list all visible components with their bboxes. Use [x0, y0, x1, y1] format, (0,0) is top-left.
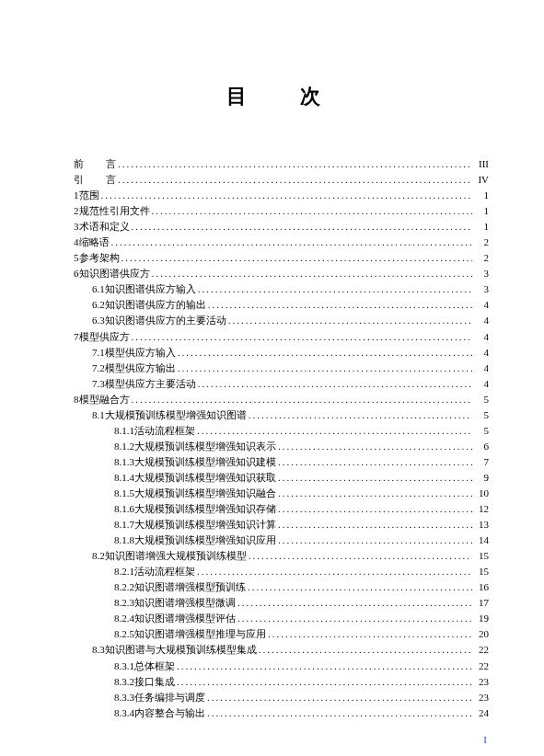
toc-entry: 8.2.3 知识图谱增强模型微调........................…	[74, 595, 489, 611]
toc-page-number: 5	[472, 407, 489, 423]
toc-label: 知识图谱供应方	[79, 266, 150, 281]
toc-label: 大规模预训练模型增强知识建模	[134, 454, 276, 470]
toc-leader-dots: ........................................…	[236, 611, 472, 626]
toc-page-number: 15	[472, 564, 489, 579]
toc-leader-dots: ........................................…	[176, 345, 472, 361]
toc-entry: 8.2.2 知识图谱增强模型预训练.......................…	[74, 579, 489, 595]
toc-page-number: 19	[472, 611, 489, 626]
toc-entry: 前言......................................…	[74, 156, 489, 172]
toc-label: 参考架构	[79, 250, 120, 266]
toc-page-number: 24	[472, 705, 489, 721]
toc-prefix: 8.1.4	[114, 470, 134, 486]
toc-entry: 8.1 大规模预训练模型增强知识图谱......................…	[74, 407, 489, 423]
toc-prefix: 8.1.3	[114, 454, 134, 470]
toc-entry: 3 术语和定义.................................…	[74, 219, 489, 235]
toc-label: 模型供应方	[79, 329, 130, 345]
toc-entry: 8.1.7 大规模预训练模型增强知识计算....................…	[74, 517, 489, 533]
toc-page-number: 23	[472, 690, 489, 705]
toc-label: 缩略语	[79, 235, 110, 250]
toc-label: 任务编排与调度	[134, 690, 205, 705]
toc-label: 知识图谱增强模型评估	[134, 611, 236, 626]
toc-leader-dots: ........................................…	[130, 392, 473, 407]
toc-prefix: 8.2.4	[114, 611, 134, 626]
toc-page-number: 12	[472, 501, 489, 517]
toc-leader-dots: ........................................…	[247, 548, 472, 564]
toc-label: 知识图谱与大规模预训练模型集成	[105, 642, 257, 658]
toc-label: 内容整合与输出	[134, 705, 205, 721]
toc-entry: 1 范围....................................…	[74, 188, 489, 203]
toc-prefix: 8.3.1	[114, 659, 134, 674]
toc-entry: 8.3.2 接口集成..............................…	[74, 674, 489, 690]
toc-label: 大规模预训练模型增强知识应用	[134, 533, 276, 548]
toc-page-number: 4	[472, 313, 489, 328]
toc-prefix: 前	[74, 156, 106, 172]
toc-label: 知识图谱增强模型微调	[134, 595, 236, 611]
toc-page-number: 1	[472, 188, 489, 203]
toc-entry: 2 规范性引用文件...............................…	[74, 203, 489, 219]
toc-entry: 8.1.2 大规模预训练模型增强知识表示....................…	[74, 439, 489, 454]
toc-entry: 7.1 模型供应方输入.............................…	[74, 345, 489, 361]
toc-label: 言	[106, 156, 116, 172]
toc-prefix: 8.2.3	[114, 595, 134, 611]
toc-page-number: 6	[472, 439, 489, 454]
toc-label: 总体框架	[134, 659, 175, 674]
toc-entry: 6.2 知识图谱供应方的输出..........................…	[74, 297, 489, 313]
toc-leader-dots: ........................................…	[205, 705, 472, 721]
toc-page-number: 20	[472, 626, 489, 642]
toc-page-number: IV	[472, 172, 489, 188]
toc-leader-dots: ........................................…	[205, 690, 472, 705]
toc-prefix: 7.2	[92, 361, 105, 376]
toc-leader-dots: ........................................…	[175, 659, 472, 674]
toc-label: 言	[106, 172, 116, 188]
toc-entry: 8.1.5 大规模预训练模型增强知识融合....................…	[74, 486, 489, 501]
toc-entry: 7.3 模型供应方主要活动...........................…	[74, 376, 489, 392]
toc-leader-dots: ........................................…	[196, 281, 472, 297]
toc-label: 大规模预训练模型增强知识存储	[134, 501, 276, 517]
toc-page-number: 14	[472, 533, 489, 548]
toc-leader-dots: ........................................…	[276, 454, 472, 470]
toc-leader-dots: ........................................…	[276, 470, 472, 486]
toc-page-number: 17	[472, 595, 489, 611]
toc-leader-dots: ........................................…	[226, 313, 472, 328]
toc-leader-dots: ........................................…	[276, 533, 472, 548]
toc-prefix: 8.2.2	[114, 579, 134, 595]
toc-leader-dots: ........................................…	[110, 235, 473, 250]
page-number: I	[483, 734, 487, 745]
toc-leader-dots: ........................................…	[175, 674, 472, 690]
toc-page-number: 5	[472, 423, 489, 439]
toc-label: 知识图谱供应方的输出	[105, 297, 206, 313]
toc-prefix: 6.1	[92, 281, 105, 297]
toc-prefix: 8.1.7	[114, 517, 134, 533]
toc-page-number: 13	[472, 517, 489, 533]
toc-leader-dots: ........................................…	[116, 156, 472, 172]
toc-page: 目 次 前言..................................…	[0, 0, 544, 739]
toc-entry: 8.3 知识图谱与大规模预训练模型集成.....................…	[74, 642, 489, 658]
toc-leader-dots: ........................................…	[176, 361, 472, 376]
toc-entry: 8 模型融合方.................................…	[74, 392, 489, 407]
toc-entry: 引言......................................…	[74, 172, 489, 188]
toc-entry: 8.3.4 内容整合与输出...........................…	[74, 705, 489, 721]
toc-entry: 8.1.4 大规模预训练模型增强知识获取....................…	[74, 470, 489, 486]
toc-label: 术语和定义	[79, 219, 130, 235]
toc-page-number: 5	[472, 392, 489, 407]
toc-prefix: 8.1.6	[114, 501, 134, 517]
toc-page-number: 3	[472, 266, 489, 281]
toc-entry: 8.1.6 大规模预训练模型增强知识存储....................…	[74, 501, 489, 517]
toc-prefix: 8.3.2	[114, 674, 134, 690]
toc-prefix: 8.1.2	[114, 439, 134, 454]
toc-entry: 6 知识图谱供应方...............................…	[74, 266, 489, 281]
toc-entry: 8.2.1 活动流程框架............................…	[74, 564, 489, 579]
page-title: 目 次	[74, 83, 489, 110]
toc-page-number: 4	[472, 297, 489, 313]
toc-label: 知识图谱增强模型预训练	[134, 579, 246, 595]
toc-page-number: 7	[472, 454, 489, 470]
toc-leader-dots: ........................................…	[130, 329, 473, 345]
toc-label: 活动流程框架	[134, 423, 195, 439]
toc-leader-dots: ........................................…	[150, 203, 473, 219]
toc-leader-dots: ........................................…	[247, 407, 472, 423]
toc-label: 大规模预训练模型增强知识图谱	[105, 407, 247, 423]
toc-page-number: 4	[472, 329, 489, 345]
toc-page-number: 3	[472, 281, 489, 297]
toc-page-number: III	[472, 156, 489, 172]
toc-page-number: 1	[472, 219, 489, 235]
